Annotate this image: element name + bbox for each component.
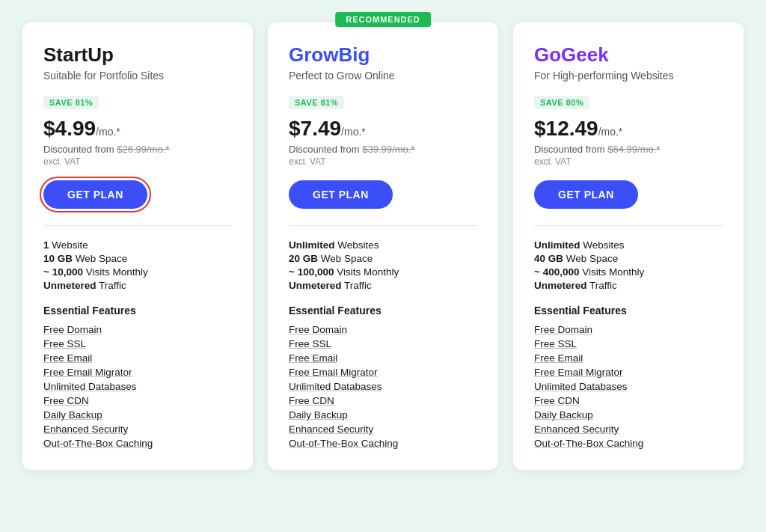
spec-item: ~ 10,000 Visits Monthly — [43, 266, 232, 278]
price-dollar-startup: $4.99 — [43, 117, 96, 141]
spec-item: Unmetered Traffic — [43, 280, 232, 291]
price-dollar-growbig: $7.49 — [289, 117, 341, 141]
divider-gogeek — [534, 225, 723, 226]
spec-item: 10 GB Web Space — [43, 253, 232, 264]
price-discounted-startup: Discounted from $26.99/mo.* — [43, 144, 232, 155]
specs-list-startup: 1 Website10 GB Web Space~ 10,000 Visits … — [43, 239, 232, 291]
plan-name-startup: StartUp — [43, 43, 232, 67]
divider-growbig — [289, 225, 477, 226]
feature-item[interactable]: Free Email Migrator — [289, 367, 477, 378]
price-main-growbig: $7.49 /mo.* — [289, 117, 477, 141]
plan-subtitle-gogeek: For High-performing Websites — [534, 70, 723, 82]
feature-item[interactable]: Free Domain — [43, 324, 232, 335]
excl-vat-growbig: excl. VAT — [289, 156, 477, 167]
spec-item: Unmetered Traffic — [534, 280, 723, 291]
feature-item[interactable]: Free Email — [43, 352, 232, 364]
excl-vat-gogeek: excl. VAT — [534, 156, 723, 167]
spec-item: Unlimited Websites — [289, 239, 477, 251]
features-list-gogeek: Free DomainFree SSLFree EmailFree Email … — [534, 324, 723, 449]
get-plan-button-gogeek[interactable]: GET PLAN — [534, 180, 638, 209]
save-badge-startup: SAVE 81% — [43, 96, 99, 109]
feature-item[interactable]: Enhanced Security — [43, 424, 232, 435]
specs-list-growbig: Unlimited Websites20 GB Web Space~ 100,0… — [289, 239, 477, 291]
plan-name-growbig: GrowBig — [289, 43, 477, 67]
features-list-growbig: Free DomainFree SSLFree EmailFree Email … — [289, 324, 477, 449]
feature-item[interactable]: Daily Backup — [43, 409, 232, 421]
feature-item[interactable]: Free Email — [289, 352, 477, 364]
feature-item[interactable]: Unlimited Databases — [43, 381, 232, 392]
save-badge-growbig: SAVE 81% — [289, 96, 344, 109]
price-dollar-gogeek: $12.49 — [534, 117, 598, 141]
spec-item: 1 Website — [43, 239, 232, 251]
save-badge-gogeek: SAVE 80% — [534, 96, 589, 109]
recommended-badge: RECOMMENDED — [335, 12, 431, 27]
plans-container: StartUpSuitable for Portfolio SitesSAVE … — [15, 22, 751, 470]
feature-item[interactable]: Out-of-The-Box Caching — [43, 438, 232, 449]
price-discounted-gogeek: Discounted from $64.99/mo.* — [534, 144, 723, 155]
feature-item[interactable]: Out-of-The-Box Caching — [534, 438, 723, 449]
feature-item[interactable]: Free Email — [534, 352, 723, 364]
divider-startup — [43, 225, 232, 226]
feature-item[interactable]: Out-of-The-Box Caching — [289, 438, 477, 449]
price-main-gogeek: $12.49 /mo.* — [534, 117, 723, 141]
excl-vat-startup: excl. VAT — [43, 156, 232, 167]
feature-item[interactable]: Free SSL — [534, 338, 723, 349]
feature-item[interactable]: Free CDN — [534, 395, 723, 406]
feature-item[interactable]: Unlimited Databases — [289, 381, 477, 392]
plan-card-gogeek: GoGeekFor High-performing WebsitesSAVE 8… — [513, 22, 744, 470]
features-list-startup: Free DomainFree SSLFree EmailFree Email … — [43, 324, 232, 449]
plan-card-growbig: RECOMMENDEDGrowBigPerfect to Grow Online… — [268, 22, 498, 470]
essential-label-startup: Essential Features — [43, 305, 232, 317]
plan-card-startup: StartUpSuitable for Portfolio SitesSAVE … — [22, 22, 253, 470]
get-plan-button-growbig[interactable]: GET PLAN — [289, 180, 393, 209]
feature-item[interactable]: Enhanced Security — [534, 424, 723, 435]
feature-item[interactable]: Free Domain — [289, 324, 477, 335]
essential-label-growbig: Essential Features — [289, 305, 477, 317]
feature-item[interactable]: Free CDN — [43, 395, 232, 406]
spec-item: ~ 400,000 Visits Monthly — [534, 266, 723, 278]
price-discounted-growbig: Discounted from $39.99/mo.* — [289, 144, 477, 155]
feature-item[interactable]: Daily Backup — [534, 409, 723, 421]
spec-item: Unmetered Traffic — [289, 280, 477, 291]
feature-item[interactable]: Free Email Migrator — [43, 367, 232, 378]
spec-item: 20 GB Web Space — [289, 253, 477, 264]
plan-name-gogeek: GoGeek — [534, 43, 723, 67]
spec-item: ~ 100,000 Visits Monthly — [289, 266, 477, 278]
specs-list-gogeek: Unlimited Websites40 GB Web Space~ 400,0… — [534, 239, 723, 291]
feature-item[interactable]: Free Email Migrator — [534, 367, 723, 378]
plan-subtitle-startup: Suitable for Portfolio Sites — [43, 70, 232, 82]
feature-item[interactable]: Daily Backup — [289, 409, 477, 421]
price-main-startup: $4.99 /mo.* — [43, 117, 232, 141]
plan-subtitle-growbig: Perfect to Grow Online — [289, 70, 477, 82]
price-per-startup: /mo.* — [96, 126, 120, 138]
feature-item[interactable]: Enhanced Security — [289, 424, 477, 435]
essential-label-gogeek: Essential Features — [534, 305, 723, 317]
get-plan-button-startup[interactable]: GET PLAN — [43, 180, 147, 209]
price-per-growbig: /mo.* — [341, 126, 366, 138]
spec-item: 40 GB Web Space — [534, 253, 723, 264]
feature-item[interactable]: Free Domain — [534, 324, 723, 335]
feature-item[interactable]: Free SSL — [289, 338, 477, 349]
feature-item[interactable]: Unlimited Databases — [534, 381, 723, 392]
feature-item[interactable]: Free SSL — [43, 338, 232, 349]
price-per-gogeek: /mo.* — [598, 126, 623, 138]
feature-item[interactable]: Free CDN — [289, 395, 477, 406]
spec-item: Unlimited Websites — [534, 239, 723, 251]
